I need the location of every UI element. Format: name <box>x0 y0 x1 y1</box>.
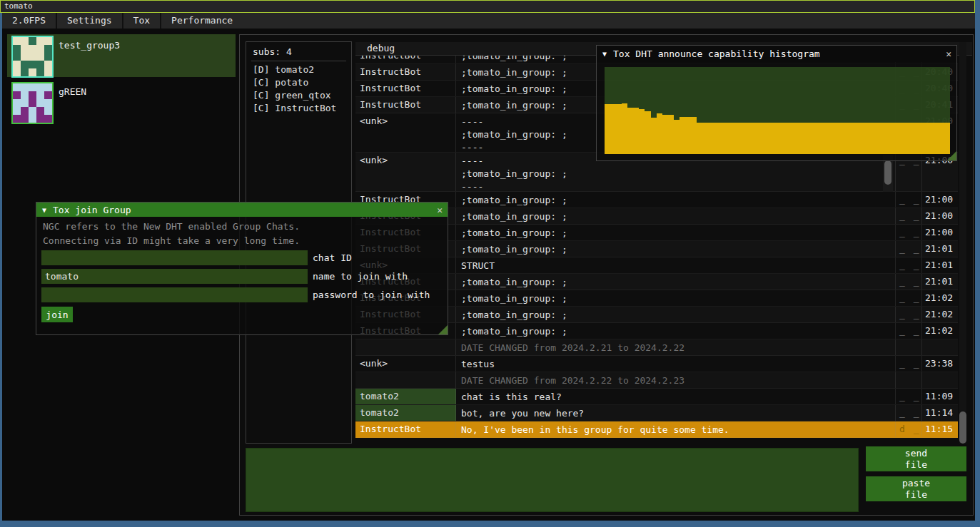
paste-file-button[interactable]: paste file <box>866 476 966 501</box>
avatar-pixel <box>29 83 36 91</box>
group-avatar <box>11 36 54 78</box>
join-group-title: Tox join Group <box>53 205 131 215</box>
join-field-password-to-join-with[interactable] <box>41 287 308 302</box>
histogram-bar <box>685 117 691 154</box>
chat-name-cell: InstructBot <box>355 97 456 113</box>
resize-grip-icon[interactable] <box>438 325 448 334</box>
window-title: tomato <box>4 1 33 11</box>
avatar-pixel <box>13 68 21 76</box>
chat-message-cell: ;tomato_in_group: ; <box>456 323 896 339</box>
collapse-arrow-icon[interactable]: ▼ <box>42 206 46 214</box>
menu-item-performance[interactable]: Performance <box>161 13 243 29</box>
histogram-bar <box>737 123 742 154</box>
group-name-label: gREEN <box>59 86 86 97</box>
chat-row[interactable]: <unk>testus_ _23:38 <box>355 356 958 372</box>
chat-name-cell <box>355 339 456 355</box>
dht-histogram-window[interactable]: ▼ Tox DHT announce capability histogram … <box>596 45 957 161</box>
chat-name-cell: <unk> <box>355 113 456 152</box>
chat-row[interactable]: tomato2chat is this real?_ _11:09 <box>355 389 958 405</box>
group-item-gREEN[interactable]: gREEN <box>7 81 236 123</box>
dht-histogram-titlebar[interactable]: ▼ Tox DHT announce capability histogram … <box>597 46 956 62</box>
chat-status-cell: d _ <box>896 421 922 437</box>
subs-divider <box>251 61 346 61</box>
ngc-description-line1: NGC refers to the New DHT enabled Group … <box>43 221 300 232</box>
histogram-bar <box>921 123 926 154</box>
window-titlebar[interactable]: tomato <box>0 0 975 13</box>
histogram-bar <box>794 123 800 154</box>
avatar-pixel <box>29 61 36 68</box>
histogram-bar <box>719 123 725 154</box>
histogram-bar <box>691 117 697 154</box>
chat-status-cell: _ _ <box>896 323 922 339</box>
join-button[interactable]: join <box>41 307 73 322</box>
join-group-dialog[interactable]: ▼ Tox join Group ✕ NGC refers to the New… <box>36 202 448 335</box>
join-group-titlebar[interactable]: ▼ Tox join Group ✕ <box>36 203 448 217</box>
subs-member-item[interactable]: [D] tomato2 <box>246 64 351 77</box>
avatar-pixel <box>21 61 29 68</box>
avatar-pixel <box>13 99 21 107</box>
histogram-bar <box>633 108 639 154</box>
histogram-bar <box>858 123 864 154</box>
chat-message-cell: bot, are you new here? <box>456 405 896 421</box>
chat-message-cell: ;tomato_in_group: ; <box>456 225 896 240</box>
histogram-bar <box>915 123 921 154</box>
join-field-label: chat ID <box>313 252 352 263</box>
histogram-bar <box>610 104 616 154</box>
histogram-bar <box>725 123 731 154</box>
histogram-bar <box>927 123 933 154</box>
chat-row[interactable]: DATE CHANGED from 2024.2.21 to 2024.2.22 <box>355 339 958 356</box>
message-cell-scrollbar-handle[interactable] <box>884 160 891 185</box>
menu-item-settings[interactable]: Settings <box>57 13 122 29</box>
join-field-name-to-join-with[interactable] <box>41 269 308 284</box>
group-item-test_group3[interactable]: test_group3 <box>7 34 236 77</box>
chat-scrollbar[interactable] <box>959 42 966 444</box>
avatar-pixel <box>36 83 44 91</box>
chat-time-cell: 21:01 <box>922 274 957 290</box>
avatar-pixel <box>44 91 52 99</box>
histogram-bar <box>812 123 817 154</box>
histogram-bar <box>674 120 680 154</box>
subs-member-item[interactable]: [C] potato <box>246 77 351 90</box>
histogram-bar <box>616 104 622 154</box>
chat-scrollbar-handle[interactable] <box>959 411 966 444</box>
menu-item-tox[interactable]: Tox <box>123 13 160 29</box>
avatar-pixel <box>44 99 52 107</box>
avatar-pixel <box>13 83 21 91</box>
subs-member-item[interactable]: [C] green_qtox <box>246 90 351 103</box>
avatar-pixel <box>13 61 21 68</box>
close-icon[interactable]: ✕ <box>437 205 443 215</box>
histogram-bar <box>869 123 875 154</box>
histogram-bar <box>823 123 829 154</box>
chat-name-cell: InstructBot <box>355 81 456 96</box>
join-field-chat-ID[interactable] <box>41 250 308 265</box>
avatar-pixel <box>29 115 36 123</box>
histogram-bar <box>697 123 702 154</box>
histogram-bar <box>772 123 777 154</box>
avatar-pixel <box>44 107 52 115</box>
chat-message-cell: DATE CHANGED from 2024.2.22 to 2024.2.23 <box>456 372 896 388</box>
chat-status-cell <box>896 339 922 355</box>
close-icon[interactable]: ✕ <box>946 48 951 59</box>
chat-row[interactable]: tomato2bot, are you new here?_ _11:14 <box>355 405 958 421</box>
chat-status-cell: _ _ <box>896 274 922 290</box>
histogram-bar <box>657 113 662 154</box>
chat-message-cell: ;tomato_in_group: ; <box>456 307 896 322</box>
collapse-arrow-icon[interactable]: ▼ <box>602 50 607 58</box>
chat-row[interactable]: DATE CHANGED from 2024.2.22 to 2024.2.23 <box>355 372 958 389</box>
chat-time-cell: 11:14 <box>922 405 957 421</box>
histogram-bar <box>783 123 789 154</box>
chat-status-cell: _ _ <box>896 208 922 224</box>
chat-name-cell: <unk> <box>355 356 456 372</box>
avatar-pixel <box>21 45 29 53</box>
histogram-bar <box>909 123 915 154</box>
subs-member-item[interactable]: [C] InstructBot <box>246 103 351 116</box>
message-input[interactable] <box>246 448 859 512</box>
chat-row[interactable]: InstructBotNo, I've been in this group f… <box>355 421 958 438</box>
send-file-button[interactable]: send file <box>866 446 966 471</box>
histogram-bar <box>651 118 657 154</box>
chat-message-cell: ;tomato_in_group: ; <box>456 208 896 224</box>
avatar-pixel <box>36 115 44 123</box>
menu-bar: 2.0FPSSettingsToxPerformance <box>2 13 975 29</box>
chat-time-cell: 23:38 <box>922 356 957 372</box>
resize-grip-icon[interactable] <box>947 151 956 160</box>
